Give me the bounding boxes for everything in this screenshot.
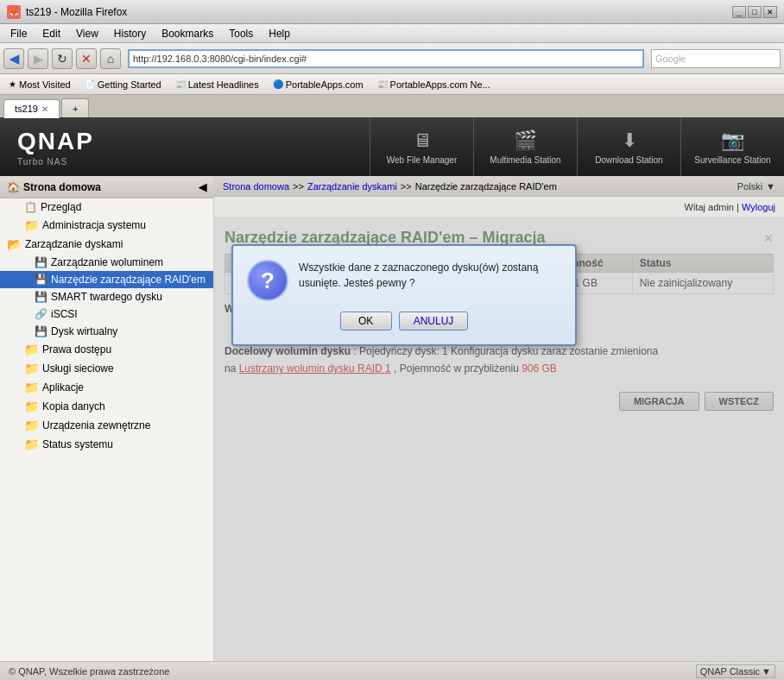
nav-surveillance-station[interactable]: 📷 Surveillance Station (680, 117, 784, 176)
dialog-ok-button[interactable]: OK (340, 312, 392, 331)
address-text: http://192.168.0.3:8080/cgi-bin/index.cg… (133, 54, 307, 64)
sidebar-collapse-button[interactable]: ◀ (199, 181, 206, 193)
multimedia-station-icon: 🎬 (514, 129, 537, 152)
sidebar-label: Kopia danych (42, 400, 105, 412)
user-info: Witaj admin | Wyloguj (685, 202, 775, 212)
welcome-text: Witaj admin (685, 202, 734, 212)
bookmark-latest-headlines[interactable]: 📰 Latest Headlines (170, 78, 264, 91)
maximize-button[interactable]: □ (748, 6, 762, 18)
reload-button[interactable]: ↻ (52, 48, 73, 69)
sidebar-label: Prawa dostępu (42, 343, 111, 356)
minimize-button[interactable]: _ (732, 6, 746, 18)
folder-icon: 📁 (24, 362, 39, 375)
content-panel: Strona domowa >> Zarządzanie dyskami >> … (214, 176, 784, 661)
sidebar-item-status-systemu[interactable]: 📁 Status systemu (0, 435, 213, 454)
home-button[interactable]: ⌂ (100, 48, 121, 69)
folder-icon: 📁 (24, 400, 39, 413)
sidebar-item-dysk-wirtualny[interactable]: 💾 Dysk wirtualny (0, 323, 213, 340)
breadcrumb-current: Narzędzie zarządzające RAID'em (415, 181, 557, 192)
header-navigation: 🖥 Web File Manager 🎬 Multimedia Station … (370, 117, 784, 176)
back-button[interactable]: ◀ (3, 48, 24, 69)
dialog-line1: Wszystkie dane z zaznaczonego dysku(ów) … (299, 260, 538, 275)
forward-button[interactable]: ▶ (28, 48, 48, 69)
disk-icon: 💾 (35, 274, 47, 286)
tab-label: ts219 (15, 104, 38, 114)
panel-body: Narzędzie zarządzające RAID'em – Migracj… (214, 218, 784, 661)
menu-file[interactable]: File (3, 26, 34, 41)
nav-multimedia-station[interactable]: 🎬 Multimedia Station (473, 117, 577, 176)
toolbar: ◀ ▶ ↻ ✕ ⌂ http://192.168.0.3:8080/cgi-bi… (0, 43, 784, 74)
breadcrumb-home[interactable]: Strona domowa (223, 181, 289, 192)
sidebar-item-administracja[interactable]: 📁 Administracja systemu (0, 216, 213, 235)
menu-tools[interactable]: Tools (222, 26, 260, 41)
sidebar-item-zarzadzanie-dyskami[interactable]: 📂 Zarządzanie dyskami (0, 235, 213, 254)
sidebar-item-smart[interactable]: 💾 SMART twardego dysku (0, 288, 213, 305)
tab-new-button[interactable]: + (61, 98, 89, 117)
download-station-icon: ⬇ (622, 129, 637, 152)
sidebar-item-aplikacje[interactable]: 📁 Aplikacje (0, 378, 213, 397)
sidebar-item-urzadzenia-zewnetrzne[interactable]: 📁 Urządzenia zewnętrzne (0, 416, 213, 435)
nav-download-station[interactable]: ⬇ Download Station (577, 117, 680, 176)
sidebar-item-przeglad[interactable]: 📋 Przegląd (0, 198, 213, 216)
breadcrumb-disk-mgmt[interactable]: Zarządzanie dyskami (307, 181, 397, 192)
sidebar-item-uslugi-sieciowe[interactable]: 📁 Usługi sieciowe (0, 359, 213, 378)
tab-close-button[interactable]: ✕ (41, 104, 48, 114)
menu-bookmarks[interactable]: Bookmarks (155, 26, 220, 41)
dialog-overlay: ? Wszystkie dane z zaznaczonego dysku(ów… (214, 218, 784, 661)
sidebar-item-narzedzie[interactable]: 💾 Narzędzie zarządzające RAID'em (0, 271, 213, 288)
dialog-cancel-button[interactable]: ANULUJ (399, 312, 469, 331)
language-label: Polski (737, 181, 762, 192)
nav-label: Download Station (595, 155, 662, 165)
app-container: QNAP Turbo NAS 🖥 Web File Manager 🎬 Mult… (0, 117, 784, 661)
bookmark-portableapps[interactable]: 🔵 PortableApps.com (268, 78, 369, 91)
bookmark-getting-started[interactable]: 📄 Getting Started (79, 78, 167, 91)
most-visited-icon: ★ (9, 79, 16, 89)
bookmark-portableapps-ne[interactable]: 📰 PortableApps.com Ne... (372, 78, 496, 91)
menu-view[interactable]: View (69, 26, 105, 41)
getting-started-icon: 📄 (85, 79, 95, 89)
sidebar-item-prawa-dostepu[interactable]: 📁 Prawa dostępu (0, 340, 213, 359)
close-button[interactable]: ✕ (763, 6, 777, 18)
classic-dropdown-icon: ▼ (762, 666, 771, 677)
window-controls: _ □ ✕ (732, 6, 777, 18)
sidebar-label: Status systemu (42, 438, 113, 450)
tab-ts219[interactable]: ts219 ✕ (3, 99, 60, 118)
sidebar-label: Usługi sieciowe (42, 362, 114, 375)
qnap-logo: QNAP Turbo NAS (17, 128, 94, 167)
sidebar-label: Zarządzanie dyskami (25, 238, 123, 250)
menu-edit[interactable]: Edit (35, 26, 67, 41)
menu-history[interactable]: History (107, 26, 153, 41)
language-selector[interactable]: Polski ▼ (737, 181, 775, 192)
menu-help[interactable]: Help (262, 26, 297, 41)
sidebar-title: Strona domowa (23, 181, 101, 193)
bookmark-most-visited[interactable]: ★ Most Visited (3, 78, 76, 91)
disk-icon: 💾 (35, 325, 47, 337)
bookmark-label: PortableApps.com Ne... (390, 79, 490, 90)
sidebar-item-zarzadzanie-woluminem[interactable]: 💾 Zarządzanie woluminem (0, 254, 213, 271)
logout-link[interactable]: Wyloguj (742, 202, 775, 212)
status-right: QNAP Classic ▼ (696, 664, 775, 678)
nav-label: Multimedia Station (490, 155, 560, 165)
qnap-classic-button[interactable]: QNAP Classic ▼ (696, 664, 775, 678)
dialog-question-icon: ? (247, 260, 288, 301)
stop-button[interactable]: ✕ (76, 48, 97, 69)
disk-icon: 💾 (35, 256, 47, 268)
sidebar-label: Dysk wirtualny (51, 325, 117, 337)
classic-label: QNAP Classic (700, 666, 760, 677)
address-bar[interactable]: http://192.168.0.3:8080/cgi-bin/index.cg… (128, 49, 644, 68)
window-title: ts219 - Mozilla Firefox (26, 6, 127, 18)
portableapps-ne-icon: 📰 (377, 79, 388, 89)
nav-label: Surveillance Station (694, 155, 770, 165)
status-copyright: © QNAP, Wszelkie prawa zastrzeżone (9, 666, 169, 677)
sidebar-item-kopia-danych[interactable]: 📁 Kopia danych (0, 397, 213, 416)
sidebar-item-iscsi[interactable]: 🔗 iSCSI (0, 305, 213, 323)
sidebar-label: Administracja systemu (42, 219, 146, 231)
brand-subtitle: Turbo NAS (17, 157, 94, 167)
przeglad-icon: 📋 (24, 201, 37, 213)
search-bar[interactable]: Google (651, 49, 781, 68)
sidebar-label: Aplikacje (42, 381, 84, 394)
dialog-line2: usunięte. Jesteś pewny ? (299, 275, 538, 291)
portableapps-icon: 🔵 (273, 79, 283, 89)
sidebar-label: iSCSI (51, 308, 78, 320)
nav-web-file-manager[interactable]: 🖥 Web File Manager (370, 117, 473, 176)
